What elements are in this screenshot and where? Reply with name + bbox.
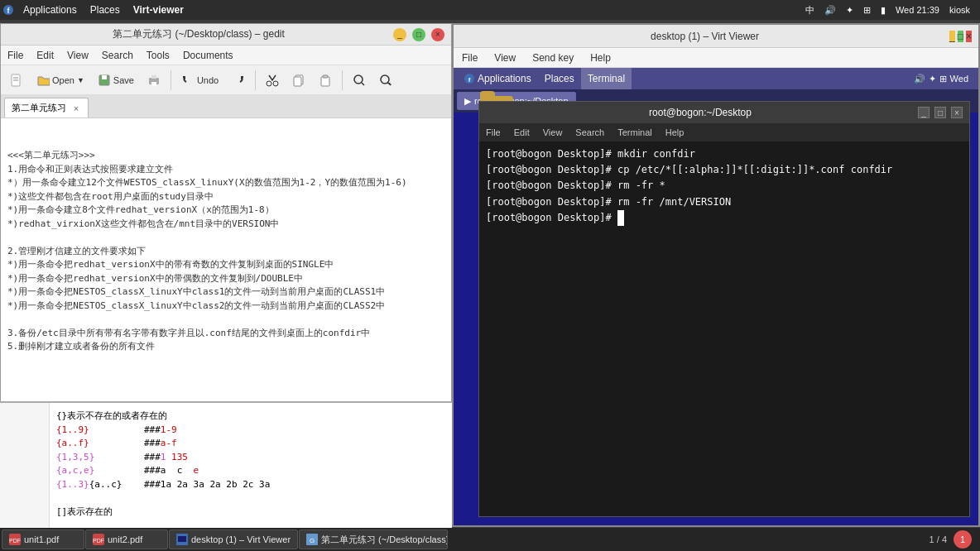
term-menu-file[interactable]: File xyxy=(479,123,507,141)
pdf1-icon: PDF xyxy=(9,534,21,545)
tab-close-button[interactable]: × xyxy=(71,103,81,113)
virt-menu-file[interactable]: File xyxy=(454,48,486,68)
undo-button[interactable]: Undo xyxy=(175,69,224,92)
code-line-1: {}表示不存在的或者存在的 xyxy=(56,410,445,424)
gedit-toolbar: Open ▼ Save Undo xyxy=(1,65,451,95)
term-menu-edit[interactable]: Edit xyxy=(507,123,536,141)
virt-menubar: File View Send key Help xyxy=(454,48,978,68)
taskbar-item-gedit[interactable]: G 第二单元练习 (~/Desktop/class) –... xyxy=(299,529,448,549)
page-indicator: 1 / 4 xyxy=(930,534,947,544)
code-line-4: {1,3,5} ###1 135 xyxy=(56,451,445,465)
virt-menu-help[interactable]: Help xyxy=(582,48,619,68)
terminal-minimize[interactable]: _ xyxy=(918,107,930,118)
virt-menu-view[interactable]: View xyxy=(486,48,524,68)
find-button[interactable] xyxy=(347,69,372,92)
copy-button[interactable] xyxy=(286,69,311,92)
svg-rect-14 xyxy=(321,77,329,86)
redo-button[interactable] xyxy=(226,69,251,92)
datetime: Wed 21:39 xyxy=(892,5,943,15)
virt-window: desktop (1) – Virt Viewer _ □ × File Vie… xyxy=(452,23,980,527)
term-line-5: [root@bogon Desktop]# xyxy=(486,210,963,226)
virt-minimize-button[interactable]: _ xyxy=(949,31,955,42)
inner-bluetooth: ✦ xyxy=(929,74,936,84)
new-button[interactable] xyxy=(4,69,29,92)
print-button[interactable] xyxy=(142,69,166,92)
active-window-title: Virt-viewer xyxy=(127,4,190,16)
term-menu-help[interactable]: Help xyxy=(659,123,691,141)
bluetooth-icon[interactable]: ✦ xyxy=(843,5,857,16)
menu-file[interactable]: File xyxy=(1,46,30,65)
pdf2-icon: PDF xyxy=(93,534,104,545)
menu-search[interactable]: Search xyxy=(95,46,140,65)
battery-icon[interactable]: ▮ xyxy=(877,5,889,16)
taskbar-right: 1 / 4 1 xyxy=(930,530,978,549)
replace-button[interactable] xyxy=(373,69,398,92)
term-menu-search[interactable]: Search xyxy=(569,123,611,141)
menu-tools[interactable]: Tools xyxy=(140,46,176,65)
svg-rect-6 xyxy=(102,75,107,79)
code-line-3: {a..f} ###a-f xyxy=(56,437,445,451)
taskbar-item-pdf1[interactable]: PDF unit1.pdf xyxy=(2,529,84,549)
terminal-close[interactable]: × xyxy=(951,107,963,118)
virt-desktop: f Applications Places Terminal 🔊 ✦ ⊞ Wed… xyxy=(454,68,978,525)
terminal-titlebar: root@bogon:~/Desktop _ □ × xyxy=(479,102,969,123)
svg-text:f: f xyxy=(468,76,471,84)
virt-menu-sendkey[interactable]: Send key xyxy=(524,48,582,68)
menu-view[interactable]: View xyxy=(60,46,95,65)
virt-maximize-button[interactable]: □ xyxy=(958,31,963,42)
svg-line-17 xyxy=(362,83,364,85)
maximize-button[interactable]: □ xyxy=(412,28,425,41)
code-line-8: []表示存在的 xyxy=(56,505,445,520)
menu-edit[interactable]: Edit xyxy=(30,46,60,65)
svg-text:PDF: PDF xyxy=(93,538,104,544)
notification-badge[interactable]: 1 xyxy=(954,530,972,549)
terminal-window: root@bogon:~/Desktop _ □ × File Edit Vie… xyxy=(478,101,970,517)
kiosk-label: kiosk xyxy=(946,5,973,15)
inner-volume: 🔊 xyxy=(914,74,925,84)
terminal-maximize[interactable]: □ xyxy=(934,107,946,118)
gedit-title: 第二单元练习 (~/Desktop/class) – gedit xyxy=(7,27,390,41)
term-menu-view[interactable]: View xyxy=(536,123,569,141)
code-line-6: {1..3}{a..c} ###1a 2a 3a 2a 2b 2c 3a xyxy=(56,478,445,492)
svg-rect-15 xyxy=(323,75,328,78)
svg-point-10 xyxy=(267,81,271,86)
svg-text:G: G xyxy=(310,537,315,544)
virt-taskbar-icon xyxy=(176,534,188,545)
sound-indicator[interactable]: 中 xyxy=(802,4,818,17)
taskbar-item-pdf2[interactable]: PDF unit2.pdf xyxy=(85,529,168,549)
gedit-taskbar-icon: G xyxy=(306,534,318,545)
code-line-5: {a,c,e} ###a c e xyxy=(56,464,445,478)
inner-topbar-right: 🔊 ✦ ⊞ Wed xyxy=(914,74,975,84)
inner-network: ⊞ xyxy=(939,74,947,84)
fedora-icon[interactable]: f xyxy=(0,0,17,20)
terminal-content[interactable]: [root@bogon Desktop]# mkdir confdir [roo… xyxy=(479,141,969,516)
network-icon[interactable]: ⊞ xyxy=(860,5,874,16)
menu-documents[interactable]: Documents xyxy=(176,46,240,65)
inner-terminal-tab[interactable]: Terminal xyxy=(581,68,632,89)
tab-second-unit[interactable]: 第二单元练习 × xyxy=(4,98,89,117)
svg-rect-8 xyxy=(151,82,156,86)
system-bar-left: f Applications Places Virt-viewer xyxy=(0,0,190,20)
inner-places[interactable]: Places xyxy=(538,68,581,89)
term-menu-terminal[interactable]: Terminal xyxy=(611,123,659,141)
gedit-tabs: 第二单元练习 × xyxy=(1,95,451,118)
places-menu[interactable]: Places xyxy=(84,0,127,20)
cut-button[interactable] xyxy=(260,69,285,92)
inner-time: Wed xyxy=(950,74,968,84)
open-button[interactable]: Open ▼ xyxy=(31,69,90,92)
applications-menu[interactable]: Applications xyxy=(17,0,84,20)
minimize-button[interactable]: _ xyxy=(393,28,406,41)
save-button[interactable]: Save xyxy=(92,69,140,92)
close-button[interactable]: × xyxy=(431,28,444,41)
terminal-title: root@bogon:~/Desktop xyxy=(486,107,915,118)
virt-close-button[interactable]: × xyxy=(966,31,972,42)
inner-topbar: f Applications Places Terminal 🔊 ✦ ⊞ Wed xyxy=(454,68,978,89)
term-line-2: [root@bogon Desktop]# cp /etc/*[[:alpha:… xyxy=(486,162,963,178)
term-line-3: [root@bogon Desktop]# rm -fr * xyxy=(486,178,963,194)
system-bar: f Applications Places Virt-viewer 中 🔊 ✦ … xyxy=(0,0,980,20)
taskbar-item-virt[interactable]: desktop (1) – Virt Viewer xyxy=(169,529,298,549)
inner-applications[interactable]: f Applications xyxy=(457,68,538,89)
volume-icon[interactable]: 🔊 xyxy=(821,5,839,16)
paste-button[interactable] xyxy=(313,69,338,92)
terminal-menubar: File Edit View Search Terminal Help xyxy=(479,123,969,141)
